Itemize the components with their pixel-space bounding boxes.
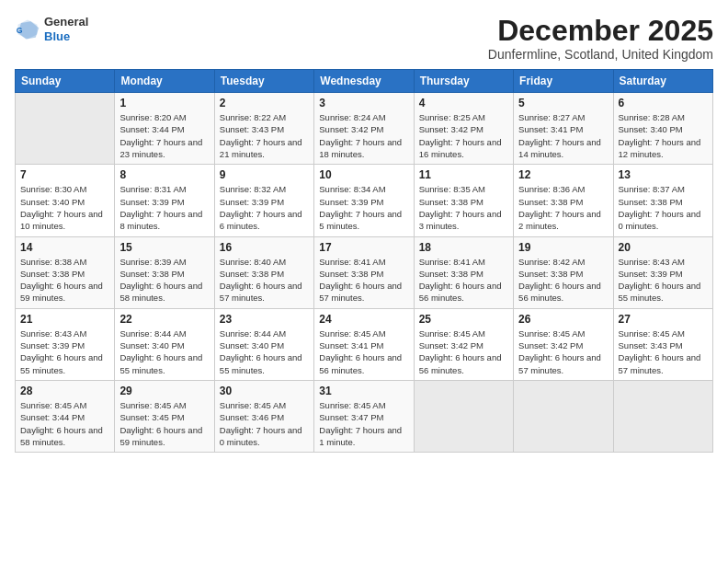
day-info: Sunrise: 8:45 AM Sunset: 3:42 PM Dayligh…	[518, 327, 608, 376]
calendar-cell: 28Sunrise: 8:45 AM Sunset: 3:44 PM Dayli…	[16, 380, 115, 452]
day-info: Sunrise: 8:38 AM Sunset: 3:38 PM Dayligh…	[20, 256, 109, 304]
calendar-cell: 13Sunrise: 8:37 AM Sunset: 3:38 PM Dayli…	[613, 165, 712, 236]
day-info: Sunrise: 8:22 AM Sunset: 3:43 PM Dayligh…	[220, 111, 309, 160]
calendar-week-row: 14Sunrise: 8:38 AM Sunset: 3:38 PM Dayli…	[16, 236, 713, 308]
logo: G General Blue	[15, 15, 88, 43]
header-saturday: Saturday	[613, 70, 712, 93]
day-number: 3	[319, 97, 408, 109]
logo-icon: G	[15, 17, 40, 42]
day-info: Sunrise: 8:44 AM Sunset: 3:40 PM Dayligh…	[119, 327, 209, 376]
day-info: Sunrise: 8:24 AM Sunset: 3:42 PM Dayligh…	[319, 111, 408, 160]
day-info: Sunrise: 8:27 AM Sunset: 3:41 PM Dayligh…	[518, 111, 608, 160]
calendar-cell: 27Sunrise: 8:45 AM Sunset: 3:43 PM Dayli…	[613, 308, 712, 380]
calendar-cell: 7Sunrise: 8:30 AM Sunset: 3:40 PM Daylig…	[16, 165, 115, 236]
day-number: 17	[319, 241, 408, 254]
day-info: Sunrise: 8:35 AM Sunset: 3:38 PM Dayligh…	[419, 183, 508, 232]
location: Dunfermline, Scotland, United Kingdom	[488, 47, 713, 62]
calendar-cell: 22Sunrise: 8:44 AM Sunset: 3:40 PM Dayli…	[115, 308, 214, 380]
header-monday: Monday	[115, 70, 214, 93]
calendar-week-row: 7Sunrise: 8:30 AM Sunset: 3:40 PM Daylig…	[16, 165, 713, 236]
calendar-table: SundayMondayTuesdayWednesdayThursdayFrid…	[15, 69, 713, 453]
day-number: 4	[419, 97, 508, 109]
calendar-cell: 19Sunrise: 8:42 AM Sunset: 3:38 PM Dayli…	[514, 236, 613, 308]
page-header: G General Blue December 2025 Dunfermline…	[15, 15, 713, 62]
day-number: 26	[518, 313, 608, 326]
header-sunday: Sunday	[16, 70, 115, 93]
day-info: Sunrise: 8:36 AM Sunset: 3:38 PM Dayligh…	[518, 183, 608, 232]
header-thursday: Thursday	[414, 70, 513, 93]
day-info: Sunrise: 8:43 AM Sunset: 3:39 PM Dayligh…	[619, 256, 708, 304]
day-info: Sunrise: 8:30 AM Sunset: 3:40 PM Dayligh…	[20, 183, 109, 232]
day-info: Sunrise: 8:39 AM Sunset: 3:38 PM Dayligh…	[119, 256, 209, 304]
day-info: Sunrise: 8:34 AM Sunset: 3:39 PM Dayligh…	[319, 183, 408, 232]
day-number: 5	[518, 97, 608, 109]
calendar-cell: 4Sunrise: 8:25 AM Sunset: 3:42 PM Daylig…	[414, 93, 513, 165]
calendar-cell: 17Sunrise: 8:41 AM Sunset: 3:38 PM Dayli…	[314, 236, 414, 308]
calendar-cell: 16Sunrise: 8:40 AM Sunset: 3:38 PM Dayli…	[214, 236, 313, 308]
day-number: 30	[220, 385, 309, 397]
day-number: 10	[319, 168, 408, 181]
day-info: Sunrise: 8:41 AM Sunset: 3:38 PM Dayligh…	[319, 256, 408, 304]
calendar-cell: 26Sunrise: 8:45 AM Sunset: 3:42 PM Dayli…	[514, 308, 613, 380]
day-number: 27	[619, 313, 708, 326]
day-info: Sunrise: 8:45 AM Sunset: 3:47 PM Dayligh…	[319, 399, 408, 448]
day-info: Sunrise: 8:43 AM Sunset: 3:39 PM Dayligh…	[20, 327, 109, 376]
svg-text:G: G	[17, 25, 23, 34]
month-title: December 2025	[488, 15, 713, 47]
calendar-cell	[613, 380, 712, 452]
calendar-cell: 10Sunrise: 8:34 AM Sunset: 3:39 PM Dayli…	[314, 165, 414, 236]
day-info: Sunrise: 8:41 AM Sunset: 3:38 PM Dayligh…	[419, 256, 508, 304]
day-info: Sunrise: 8:45 AM Sunset: 3:44 PM Dayligh…	[20, 399, 109, 448]
day-number: 18	[419, 241, 508, 254]
calendar-cell: 29Sunrise: 8:45 AM Sunset: 3:45 PM Dayli…	[115, 380, 214, 452]
day-number: 9	[220, 168, 309, 181]
day-number: 7	[20, 168, 109, 181]
day-number: 31	[319, 385, 408, 397]
calendar-cell	[514, 380, 613, 452]
day-info: Sunrise: 8:45 AM Sunset: 3:41 PM Dayligh…	[319, 327, 408, 376]
calendar-cell: 2Sunrise: 8:22 AM Sunset: 3:43 PM Daylig…	[214, 93, 313, 165]
day-number: 28	[20, 385, 109, 397]
calendar-cell: 5Sunrise: 8:27 AM Sunset: 3:41 PM Daylig…	[514, 93, 613, 165]
day-info: Sunrise: 8:31 AM Sunset: 3:39 PM Dayligh…	[119, 183, 209, 232]
calendar-cell: 21Sunrise: 8:43 AM Sunset: 3:39 PM Dayli…	[16, 308, 115, 380]
calendar-week-row: 1Sunrise: 8:20 AM Sunset: 3:44 PM Daylig…	[16, 93, 713, 165]
day-number: 20	[619, 241, 708, 254]
calendar-cell: 6Sunrise: 8:28 AM Sunset: 3:40 PM Daylig…	[613, 93, 712, 165]
calendar-cell: 12Sunrise: 8:36 AM Sunset: 3:38 PM Dayli…	[514, 165, 613, 236]
day-number: 13	[619, 168, 708, 181]
calendar-cell: 1Sunrise: 8:20 AM Sunset: 3:44 PM Daylig…	[115, 93, 214, 165]
calendar-cell: 18Sunrise: 8:41 AM Sunset: 3:38 PM Dayli…	[414, 236, 513, 308]
calendar-cell: 3Sunrise: 8:24 AM Sunset: 3:42 PM Daylig…	[314, 93, 414, 165]
calendar-cell: 30Sunrise: 8:45 AM Sunset: 3:46 PM Dayli…	[214, 380, 313, 452]
calendar-week-row: 21Sunrise: 8:43 AM Sunset: 3:39 PM Dayli…	[16, 308, 713, 380]
day-info: Sunrise: 8:42 AM Sunset: 3:38 PM Dayligh…	[518, 256, 608, 304]
calendar-week-row: 28Sunrise: 8:45 AM Sunset: 3:44 PM Dayli…	[16, 380, 713, 452]
calendar-cell	[414, 380, 513, 452]
calendar-header-row: SundayMondayTuesdayWednesdayThursdayFrid…	[16, 70, 713, 93]
header-tuesday: Tuesday	[214, 70, 313, 93]
day-info: Sunrise: 8:25 AM Sunset: 3:42 PM Dayligh…	[419, 111, 508, 160]
day-number: 2	[220, 97, 309, 109]
calendar-cell: 24Sunrise: 8:45 AM Sunset: 3:41 PM Dayli…	[314, 308, 414, 380]
day-number: 1	[119, 97, 209, 109]
day-info: Sunrise: 8:37 AM Sunset: 3:38 PM Dayligh…	[619, 183, 708, 232]
day-info: Sunrise: 8:45 AM Sunset: 3:45 PM Dayligh…	[119, 399, 209, 448]
day-number: 12	[518, 168, 608, 181]
header-wednesday: Wednesday	[314, 70, 414, 93]
day-number: 23	[220, 313, 309, 326]
calendar-cell: 8Sunrise: 8:31 AM Sunset: 3:39 PM Daylig…	[115, 165, 214, 236]
day-info: Sunrise: 8:45 AM Sunset: 3:43 PM Dayligh…	[619, 327, 708, 376]
calendar-cell: 9Sunrise: 8:32 AM Sunset: 3:39 PM Daylig…	[214, 165, 313, 236]
day-number: 22	[119, 313, 209, 326]
calendar-cell	[16, 93, 115, 165]
day-info: Sunrise: 8:28 AM Sunset: 3:40 PM Dayligh…	[619, 111, 708, 160]
day-info: Sunrise: 8:45 AM Sunset: 3:42 PM Dayligh…	[419, 327, 508, 376]
title-area: December 2025 Dunfermline, Scotland, Uni…	[488, 15, 713, 62]
day-number: 14	[20, 241, 109, 254]
calendar-cell: 15Sunrise: 8:39 AM Sunset: 3:38 PM Dayli…	[115, 236, 214, 308]
calendar-cell: 23Sunrise: 8:44 AM Sunset: 3:40 PM Dayli…	[214, 308, 313, 380]
day-number: 6	[619, 97, 708, 109]
day-info: Sunrise: 8:40 AM Sunset: 3:38 PM Dayligh…	[220, 256, 309, 304]
day-info: Sunrise: 8:32 AM Sunset: 3:39 PM Dayligh…	[220, 183, 309, 232]
